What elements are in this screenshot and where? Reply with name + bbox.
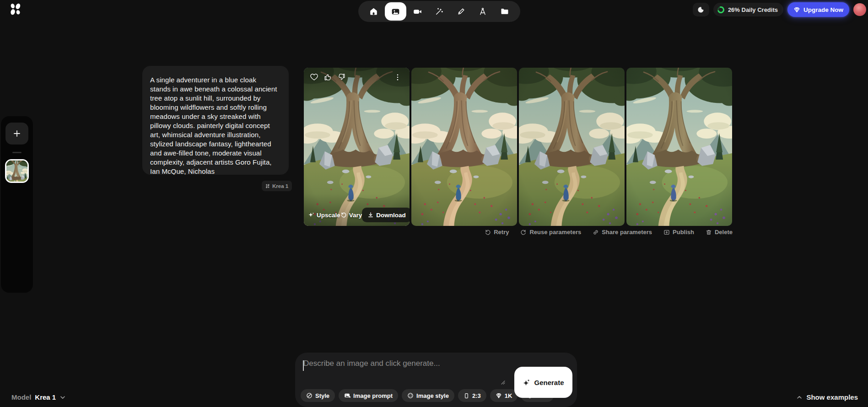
- retry-icon: [485, 229, 491, 236]
- nav-assets[interactable]: [494, 2, 516, 21]
- reuse-parameters-label: Reuse parameters: [529, 229, 581, 236]
- publish-label: Publish: [673, 229, 694, 236]
- upscale-button[interactable]: Upscale: [308, 212, 340, 219]
- generated-image-1[interactable]: Upscale Vary Download: [304, 68, 410, 226]
- vary-button[interactable]: Vary: [340, 212, 362, 219]
- nav-enhance[interactable]: [428, 2, 450, 21]
- nav-home[interactable]: [363, 2, 385, 21]
- generated-image-3-art: [519, 68, 625, 226]
- prompt-card[interactable]: A single adventurer in a blue cloak stan…: [142, 66, 289, 175]
- generated-image-2-art: [411, 68, 517, 226]
- chevron-up-icon: [796, 394, 803, 401]
- plus-icon: [13, 129, 21, 138]
- retry-button[interactable]: Retry: [485, 229, 509, 236]
- image-prompt-icon: [344, 392, 350, 399]
- chevron-down-icon: [59, 394, 66, 401]
- home-icon: [369, 7, 378, 16]
- nav-tools[interactable]: [472, 2, 494, 21]
- prompt-text: A single adventurer in a blue cloak stan…: [150, 75, 278, 175]
- model-select-label: Model: [11, 393, 31, 401]
- style-chip-label: Style: [315, 392, 329, 399]
- sparkle-icon: [308, 212, 314, 218]
- generated-image-3[interactable]: [519, 68, 625, 226]
- pen-icon: [457, 7, 466, 16]
- upgrade-button[interactable]: Upgrade Now: [787, 2, 849, 17]
- generated-image-2[interactable]: [411, 68, 517, 226]
- generated-image-4-art: [626, 68, 732, 226]
- nav-video[interactable]: [406, 2, 428, 21]
- model-badge: Krea 1: [262, 181, 292, 191]
- share-parameters-label: Share parameters: [602, 229, 652, 236]
- thumbs-down-icon: [337, 73, 346, 81]
- magic-wand-icon: [435, 7, 444, 16]
- delete-button[interactable]: Delete: [706, 229, 733, 236]
- resize-handle[interactable]: [501, 380, 505, 385]
- daily-credits-pill[interactable]: 26% Daily Credits: [713, 3, 783, 16]
- share-parameters-button[interactable]: Share parameters: [593, 229, 652, 236]
- model-select-value: Krea 1: [35, 393, 56, 401]
- image-icon: [391, 7, 400, 16]
- moon-icon: [697, 6, 705, 14]
- thumbs-up-button[interactable]: [322, 71, 333, 82]
- image-style-chip[interactable]: Image style: [402, 389, 454, 402]
- upgrade-label: Upgrade Now: [803, 6, 843, 13]
- model-select[interactable]: Model Krea 1: [11, 393, 66, 401]
- link-icon: [593, 229, 599, 236]
- image-prompt-chip-label: Image prompt: [353, 392, 393, 399]
- thumbs-up-icon: [323, 73, 332, 81]
- user-avatar[interactable]: [853, 3, 866, 16]
- image-action-bar: Upscale Vary Download: [304, 207, 410, 223]
- text-caret: [303, 360, 304, 371]
- model-badge-label: Krea 1: [272, 183, 288, 189]
- prompt-input[interactable]: [303, 359, 505, 385]
- history-thumbnail-selected[interactable]: [5, 159, 29, 183]
- vary-redo-icon: [340, 212, 347, 218]
- drafting-compass-icon: [478, 7, 487, 16]
- favorite-button[interactable]: [308, 71, 319, 82]
- publish-icon: [663, 229, 670, 236]
- reuse-icon: [520, 229, 527, 236]
- nav-edit[interactable]: [450, 2, 472, 21]
- credits-ring-icon: [717, 6, 725, 14]
- image-feedback-icons: [308, 71, 347, 82]
- thumbs-down-button[interactable]: [336, 71, 347, 82]
- image-prompt-chip[interactable]: Image prompt: [339, 389, 398, 402]
- kebab-menu-icon: [394, 73, 402, 81]
- delete-label: Delete: [715, 229, 733, 236]
- show-examples-button[interactable]: Show examples: [796, 393, 858, 401]
- generated-images-row: Upscale Vary Download: [304, 68, 732, 226]
- new-generation-button[interactable]: [5, 123, 28, 145]
- style-chip[interactable]: Style: [301, 389, 335, 402]
- header-right: 26% Daily Credits Upgrade Now: [693, 2, 866, 17]
- generate-label: Generate: [534, 379, 564, 386]
- image-style-chip-label: Image style: [416, 392, 449, 399]
- aspect-ratio-chip-label: 2:3: [472, 392, 481, 399]
- generate-button[interactable]: Generate: [514, 367, 572, 398]
- aspect-ratio-icon: [464, 393, 469, 399]
- video-camera-icon: [413, 7, 422, 16]
- generated-image-4[interactable]: [626, 68, 732, 226]
- vary-label: Vary: [349, 212, 362, 219]
- heart-icon: [310, 73, 318, 81]
- upscale-label: Upscale: [317, 212, 340, 219]
- krea-logo[interactable]: [9, 3, 22, 16]
- generated-image-1-art: [304, 68, 410, 226]
- reuse-parameters-button[interactable]: Reuse parameters: [520, 229, 581, 236]
- resolution-gem-icon: [496, 392, 502, 399]
- download-button[interactable]: Download: [362, 208, 410, 222]
- image-menu-button[interactable]: [392, 72, 403, 83]
- generate-sparkles-icon: [523, 379, 530, 386]
- retry-label: Retry: [494, 229, 509, 236]
- publish-button[interactable]: Publish: [663, 229, 694, 236]
- credits-label: 26% Daily Credits: [728, 6, 778, 13]
- folder-icon: [500, 7, 509, 16]
- theme-toggle[interactable]: [693, 3, 709, 16]
- aspect-ratio-chip[interactable]: 2:3: [458, 389, 486, 402]
- show-examples-label: Show examples: [806, 393, 858, 401]
- krea-badge-icon: [265, 184, 270, 188]
- image-style-icon: [407, 392, 414, 399]
- nav-image[interactable]: [385, 2, 407, 21]
- history-thumbnail-image: [6, 161, 27, 182]
- resolution-chip[interactable]: 1K: [490, 389, 518, 402]
- style-icon: [306, 392, 313, 399]
